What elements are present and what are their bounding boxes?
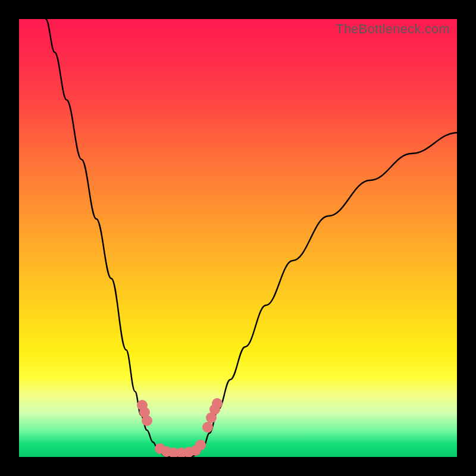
data-marker (195, 440, 206, 450)
plot-area: TheBottleneck.com (19, 19, 457, 457)
watermark-text: TheBottleneck.com (336, 21, 450, 37)
data-marker (202, 422, 213, 433)
data-marker (212, 398, 223, 409)
bottleneck-curve-svg (19, 19, 457, 457)
chart-frame: TheBottleneck.com (0, 0, 476, 476)
data-markers (137, 398, 223, 457)
data-marker (142, 415, 152, 426)
left-branch (46, 19, 165, 456)
right-branch (198, 133, 457, 455)
